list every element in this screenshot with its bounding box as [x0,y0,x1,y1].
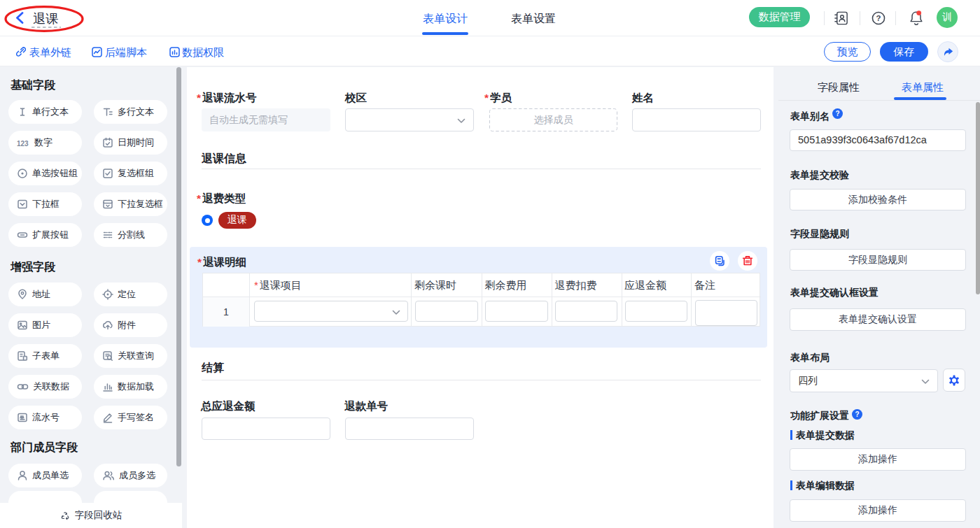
svg-text:?: ? [835,110,839,117]
svg-text:?: ? [876,14,881,22]
svg-text:?: ? [855,411,859,418]
svg-text:123: 123 [17,140,29,148]
